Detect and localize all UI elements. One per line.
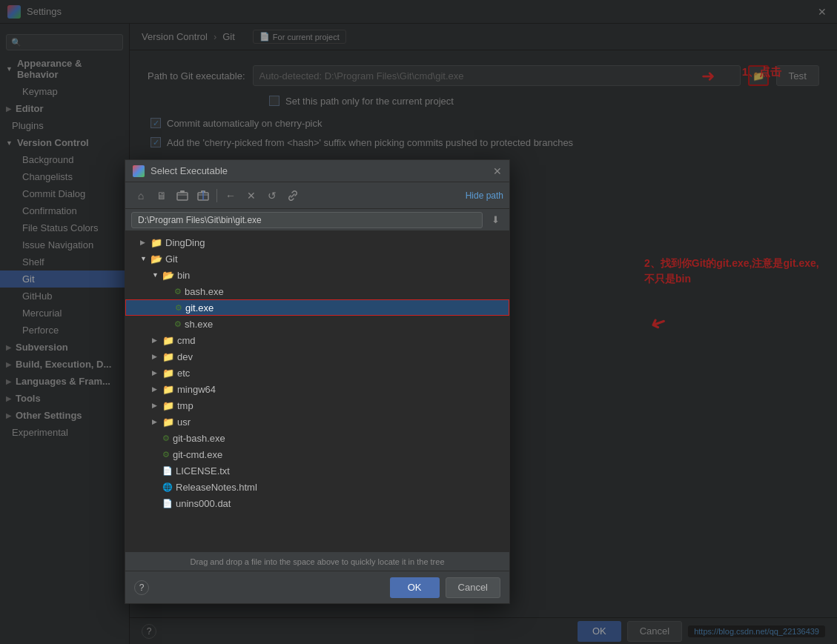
- svg-rect-1: [180, 190, 185, 193]
- modal-ok-button[interactable]: OK: [390, 577, 440, 598]
- tree-item-license-txt[interactable]: 📄 LICENSE.txt: [125, 462, 509, 479]
- tree-item-git-bash-exe[interactable]: ⚙ git-bash.exe: [125, 430, 509, 446]
- folder-icon: 📁: [162, 368, 174, 379]
- expand-icon: ▶: [152, 336, 159, 344]
- folder-icon: 📁: [162, 335, 174, 346]
- tree-item-label: mingw64: [177, 384, 216, 395]
- tree-item-label: LICENSE.txt: [176, 465, 230, 477]
- folder-icon: 📁: [150, 237, 162, 248]
- tree-item-label: DingDing: [165, 237, 205, 248]
- expand-icon: ▶: [152, 402, 159, 409]
- tree-item-releasenotes-html[interactable]: 🌐 ReleaseNotes.html: [125, 479, 509, 495]
- exe-icon: ⚙: [162, 434, 170, 443]
- file-icon: 📄: [162, 466, 173, 476]
- tree-item-label: dev: [177, 351, 193, 362]
- link-button[interactable]: [283, 187, 302, 205]
- modal-help-button[interactable]: ?: [134, 580, 149, 595]
- tree-item-mingw64[interactable]: ▶ 📁 mingw64: [125, 381, 509, 397]
- folder-icon: 📁: [162, 384, 174, 395]
- folder-open-icon: 📂: [150, 253, 162, 265]
- exe-icon: ⚙: [175, 303, 182, 313]
- computer-button[interactable]: 🖥: [152, 187, 171, 205]
- folder-icon: 📁: [162, 416, 174, 428]
- tree-item-git-cmd-exe[interactable]: ⚙ git-cmd.exe: [125, 446, 509, 462]
- expand-icon: ▶: [152, 418, 159, 425]
- modal-bottom: ? OK Cancel: [125, 571, 509, 603]
- folder-icon: 📁: [162, 400, 174, 411]
- back-button[interactable]: ←: [221, 187, 240, 205]
- tree-item-git[interactable]: ▼ 📂 Git: [125, 250, 509, 267]
- modal-title: Select Executable: [150, 165, 487, 176]
- settings-window: Settings ✕ 🔍 ▼ Appearance & Behavior Key…: [0, 0, 837, 644]
- hide-path-button[interactable]: Hide path: [466, 190, 503, 201]
- tree-item-usr[interactable]: ▶ 📁 usr: [125, 414, 509, 430]
- tree-item-dev[interactable]: ▶ 📁 dev: [125, 348, 509, 365]
- modal-cancel-button[interactable]: Cancel: [446, 577, 500, 598]
- exe-icon: ⚙: [174, 287, 182, 296]
- expand-icon: ▶: [152, 385, 159, 393]
- tree-item-git-exe[interactable]: ⚙ git.exe: [125, 299, 509, 316]
- expand-icon: ▶: [140, 239, 148, 246]
- exe-icon: ⚙: [162, 450, 170, 459]
- new-folder-button[interactable]: [173, 187, 192, 205]
- tree-item-unins000-dat[interactable]: 📄 unins000.dat: [125, 495, 509, 511]
- expand-icon: ▼: [140, 255, 148, 262]
- tree-item-label: bin: [177, 270, 190, 281]
- expand-icon: ▶: [152, 353, 159, 360]
- tree-item-label: sh.exe: [185, 319, 213, 330]
- tree-item-label: usr: [177, 416, 191, 428]
- tree-item-label: cmd: [177, 335, 196, 346]
- refresh-button[interactable]: ↺: [262, 187, 282, 205]
- expand-icon: ▼: [152, 271, 159, 279]
- tree-item-label: unins000.dat: [176, 498, 231, 509]
- tree-item-cmd[interactable]: ▶ 📁 cmd: [125, 332, 509, 348]
- tree-item-label: tmp: [177, 400, 193, 411]
- html-file-icon: 🌐: [162, 482, 173, 492]
- tree-item-bin[interactable]: ▼ 📂 bin: [125, 267, 509, 283]
- tree-item-label: Git: [165, 253, 178, 265]
- folder-icon: 📁: [162, 351, 174, 362]
- tree-item-sh-exe[interactable]: ⚙ sh.exe: [125, 316, 509, 332]
- modal-file-tree: ▶ 📁 DingDing ▼ 📂 Git ▼ 📂 bin ⚙ bash.exe: [125, 231, 509, 551]
- tree-item-bash-exe[interactable]: ⚙ bash.exe: [125, 283, 509, 299]
- modal-close-icon[interactable]: ✕: [493, 165, 502, 177]
- tree-item-dingding[interactable]: ▶ 📁 DingDing: [125, 234, 509, 250]
- modal-hint: Drag and drop a file into the space abov…: [125, 551, 509, 571]
- modal-buttons: OK Cancel: [390, 577, 500, 598]
- tree-item-etc[interactable]: ▶ 📁 etc: [125, 365, 509, 381]
- tree-item-label: ReleaseNotes.html: [176, 482, 257, 493]
- tree-item-label: git-bash.exe: [173, 433, 225, 444]
- home-button[interactable]: ⌂: [131, 187, 150, 205]
- tree-item-label: bash.exe: [185, 286, 224, 297]
- folder-button[interactable]: [193, 187, 213, 205]
- delete-button[interactable]: ✕: [242, 187, 261, 205]
- modal-intellij-icon: [133, 165, 145, 177]
- tree-item-tmp[interactable]: ▶ 📁 tmp: [125, 397, 509, 414]
- modal-path-bar: D:\Program Files\Git\bin\git.exe ⬇: [125, 209, 509, 231]
- download-icon[interactable]: ⬇: [487, 212, 503, 228]
- tree-item-label: git-cmd.exe: [173, 449, 222, 460]
- modal-toolbar: ⌂ 🖥 ← ✕ ↺ Hide path: [125, 182, 509, 209]
- file-icon: 📄: [162, 499, 173, 508]
- modal-path-display[interactable]: D:\Program Files\Git\bin\git.exe: [131, 212, 483, 228]
- folder-open-icon: 📂: [162, 270, 174, 281]
- svg-rect-0: [177, 193, 188, 200]
- exe-icon: ⚙: [174, 319, 182, 329]
- modal-title-bar: Select Executable ✕: [125, 160, 509, 182]
- select-executable-dialog: Select Executable ✕ ⌂ 🖥 ← ✕ ↺ Hide path …: [125, 159, 510, 604]
- tree-item-label: git.exe: [185, 302, 214, 313]
- tree-item-label: etc: [177, 368, 190, 379]
- expand-icon: ▶: [152, 369, 159, 376]
- toolbar-separator: [216, 189, 217, 202]
